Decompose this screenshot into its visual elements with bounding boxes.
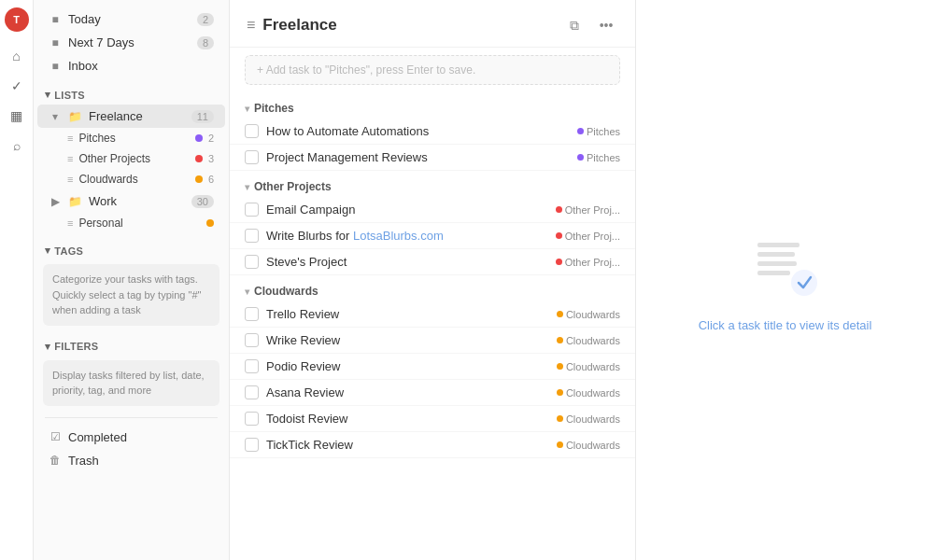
- project-title: Freelance: [262, 16, 555, 35]
- next7days-label: Next 7 Days: [68, 35, 191, 49]
- next7days-count: 8: [197, 36, 214, 49]
- sidebar-item-completed[interactable]: ☑ Completed: [37, 426, 225, 449]
- tag-dot: [557, 363, 563, 370]
- task-row[interactable]: Email Campaign Other Proj...: [230, 197, 635, 223]
- folder-icon: 📁: [68, 110, 82, 123]
- sidebar-subitem-cloudwards[interactable]: ≡ Cloudwards 6: [37, 169, 225, 189]
- sidebar-subitem-personal[interactable]: ≡ Personal: [37, 213, 225, 233]
- task-row[interactable]: Project Management Reviews Pitches: [230, 145, 635, 171]
- task-row[interactable]: Asana Review Cloudwards: [230, 380, 635, 406]
- add-task-bar[interactable]: + Add task to "Pitches", press Enter to …: [245, 55, 620, 85]
- calendar-nav-icon[interactable]: ▦: [4, 103, 30, 129]
- other-projects-count: 3: [208, 153, 214, 164]
- task-name: Podio Review: [266, 359, 549, 373]
- task-row[interactable]: Steve's Project Other Proj...: [230, 249, 635, 275]
- tag-label: Cloudwards: [566, 440, 620, 451]
- task-link[interactable]: LotsaBlurbs.com: [353, 229, 444, 243]
- cloudwards-color-dot: [195, 175, 203, 183]
- task-checkbox[interactable]: [245, 203, 259, 217]
- home-nav-icon[interactable]: ⌂: [4, 43, 30, 69]
- sidebar-item-work[interactable]: ▶ 📁 Work 30: [37, 189, 225, 213]
- task-row[interactable]: Wrike Review Cloudwards: [230, 328, 635, 354]
- task-checkbox[interactable]: [245, 255, 259, 269]
- task-tag: Other Proj...: [556, 231, 620, 242]
- pitches-arrow-icon: ▾: [245, 104, 249, 114]
- personal-label: Personal: [78, 217, 201, 230]
- lists-section-label: Lists: [54, 90, 85, 101]
- personal-color-dot: [206, 219, 214, 227]
- tag-dot: [556, 259, 562, 265]
- sidebar-subitem-other-projects[interactable]: ≡ Other Projects 3: [37, 148, 225, 169]
- task-tag: Pitches: [577, 126, 620, 137]
- tags-section-label: Tags: [54, 245, 83, 257]
- tag-label: Other Proj...: [565, 204, 620, 216]
- task-name: Email Campaign: [266, 203, 548, 217]
- filters-chevron-icon: ▾: [45, 341, 50, 353]
- task-checkbox[interactable]: [245, 150, 259, 164]
- save-button[interactable]: ⧉: [562, 13, 587, 37]
- task-tag: Pitches: [577, 152, 620, 163]
- other-projects-section-header[interactable]: ▾ Other Projects: [230, 171, 635, 197]
- cloudwards-section-label: Cloudwards: [254, 285, 318, 298]
- tag-label: Cloudwards: [566, 309, 620, 320]
- sidebar: ■ Today 2 ■ Next 7 Days 8 ■ Inbox ▾ List…: [34, 0, 230, 560]
- sidebar-item-inbox[interactable]: ■ Inbox: [37, 54, 225, 77]
- tags-section-header[interactable]: ▾ Tags: [34, 233, 229, 260]
- task-name-with-link: Write Blurbs for LotsaBlurbs.com: [266, 229, 548, 243]
- work-count: 30: [191, 195, 214, 208]
- search-nav-icon[interactable]: ⌕: [4, 133, 30, 159]
- brand-logo[interactable]: T: [5, 7, 29, 32]
- main-header: ≡ Freelance ⧉ •••: [230, 0, 635, 48]
- tags-chevron-icon: ▾: [45, 245, 50, 257]
- more-options-button[interactable]: •••: [594, 13, 618, 37]
- tag-dot: [557, 311, 563, 317]
- task-checkbox[interactable]: [245, 359, 259, 373]
- detail-empty-message: Click a task title to view its detail: [699, 318, 872, 332]
- task-checkbox[interactable]: [245, 229, 259, 243]
- filters-hint-text: Display tasks filtered by list, date, pr…: [43, 360, 219, 406]
- tag-label: Cloudwards: [566, 361, 620, 372]
- task-checkbox[interactable]: [245, 124, 259, 138]
- filters-section-header[interactable]: ▾ Filters: [34, 329, 229, 357]
- task-tag: Other Proj...: [556, 257, 620, 268]
- task-row[interactable]: Podio Review Cloudwards: [230, 354, 635, 380]
- lists-chevron-icon: ▾: [45, 89, 50, 101]
- task-name: Asana Review: [266, 385, 549, 399]
- sidebar-item-today[interactable]: ■ Today 2: [37, 7, 225, 31]
- task-checkbox[interactable]: [245, 307, 259, 321]
- tag-label: Cloudwards: [566, 387, 620, 399]
- inbox-label: Inbox: [68, 59, 214, 73]
- task-checkbox[interactable]: [245, 333, 259, 347]
- sidebar-item-next7days[interactable]: ■ Next 7 Days 8: [37, 31, 225, 54]
- completed-nav-icon[interactable]: ✓: [4, 73, 30, 99]
- sidebar-item-freelance[interactable]: ▾ 📁 Freelance 11: [37, 105, 225, 128]
- tag-dot: [577, 154, 584, 161]
- task-row[interactable]: How to Automate Automations Pitches: [230, 119, 635, 145]
- task-row[interactable]: Trello Review Cloudwards: [230, 301, 635, 328]
- today-label: Today: [68, 12, 191, 26]
- add-task-placeholder: + Add task to "Pitches", press Enter to …: [257, 63, 475, 77]
- other-projects-label: Other Projects: [78, 152, 189, 165]
- sidebar-item-trash[interactable]: 🗑 Trash: [37, 449, 225, 472]
- lists-section-header[interactable]: ▾ Lists: [34, 77, 229, 105]
- task-checkbox[interactable]: [245, 438, 259, 452]
- sidebar-subitem-pitches[interactable]: ≡ Pitches 2: [37, 128, 225, 148]
- task-name: Project Management Reviews: [266, 150, 570, 164]
- freelance-expand-icon: ▾: [49, 110, 62, 123]
- main-content: ≡ Freelance ⧉ ••• + Add task to "Pitches…: [230, 0, 635, 560]
- tag-dot: [557, 337, 563, 343]
- pitches-section-header[interactable]: ▾ Pitches: [230, 92, 635, 119]
- task-checkbox[interactable]: [245, 385, 259, 399]
- tag-label: Other Proj...: [565, 231, 620, 242]
- task-row[interactable]: Write Blurbs for LotsaBlurbs.com Other P…: [230, 223, 635, 249]
- task-row[interactable]: TickTick Review Cloudwards: [230, 432, 635, 458]
- other-projects-section-label: Other Projects: [254, 180, 332, 193]
- task-checkbox[interactable]: [245, 412, 259, 426]
- trash-label: Trash: [68, 454, 214, 468]
- today-icon: ■: [49, 13, 62, 26]
- freelance-label: Freelance: [89, 109, 185, 123]
- today-count: 2: [197, 13, 214, 26]
- svg-rect-3: [757, 271, 790, 275]
- cloudwards-section-header[interactable]: ▾ Cloudwards: [230, 275, 635, 301]
- task-row[interactable]: Todoist Review Cloudwards: [230, 406, 635, 432]
